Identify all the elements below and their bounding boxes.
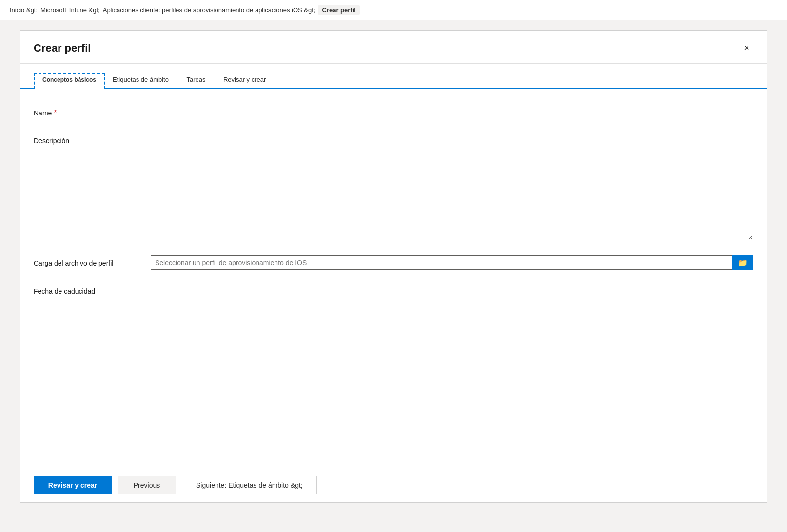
carga-text-input[interactable] [151,255,732,270]
dialog-header: Crear perfil × [20,31,767,64]
step-revisar-label: Revisar y crear [223,76,266,83]
file-input-wrapper: 📁 [151,255,753,270]
carga-label: Carga del archivo de perfil [34,255,151,267]
form-content: Name * Descripción [20,89,767,468]
review-create-button[interactable]: Revisar y crear [34,476,112,494]
page-wrapper: Inicio &gt; Microsoft Intune &gt; Aplica… [0,0,787,532]
name-row: Name * [34,105,753,119]
previous-button[interactable]: Previous [118,476,176,494]
fecha-input[interactable] [151,284,753,298]
breadcrumb-apps[interactable]: Aplicaciones cliente: perfiles de aprovi… [103,6,315,14]
description-field [151,133,753,242]
description-textarea[interactable] [151,133,753,240]
step-etiquetas-label: Etiquetas de ámbito [113,76,169,83]
carga-row: Carga del archivo de perfil 📁 [34,255,753,270]
close-button[interactable]: × [740,40,753,56]
step-tareas[interactable]: Tareas [177,73,216,88]
carga-file-button[interactable]: 📁 [732,255,753,270]
breadcrumb-intune[interactable]: Intune &gt; [69,6,100,14]
description-label: Descripción [34,133,151,145]
fecha-row: Fecha de caducidad [34,284,753,298]
dialog-container: Crear perfil × Conceptos básicos Etiquet… [0,20,787,532]
next-button[interactable]: Siguiente: Etiquetas de ámbito &gt; [182,476,317,494]
name-field [151,105,753,119]
name-input[interactable] [151,105,753,119]
fecha-label: Fecha de caducidad [34,284,151,295]
name-required: * [54,109,57,117]
folder-icon: 📁 [738,258,748,267]
wizard-steps: Conceptos básicos Etiquetas de ámbito Ta… [20,64,767,89]
step-conceptos-label: Conceptos básicos [42,76,96,83]
step-conceptos[interactable]: Conceptos básicos [34,73,105,89]
carga-field: 📁 [151,255,753,270]
description-row: Descripción [34,133,753,242]
breadcrumb-microsoft[interactable]: Microsoft [40,6,66,14]
breadcrumb-bar: Inicio &gt; Microsoft Intune &gt; Aplica… [0,0,787,20]
breadcrumb-inicio[interactable]: Inicio &gt; [10,6,38,14]
dialog-footer: Revisar y crear Previous Siguiente: Etiq… [20,468,767,502]
step-tareas-label: Tareas [186,76,205,83]
fecha-field [151,284,753,298]
breadcrumb-current: Crear perfil [318,5,359,15]
dialog: Crear perfil × Conceptos básicos Etiquet… [20,30,767,503]
name-label: Name * [34,105,151,117]
step-revisar[interactable]: Revisar y crear [216,73,274,88]
step-etiquetas[interactable]: Etiquetas de ámbito [105,73,177,88]
dialog-title: Crear perfil [34,42,91,55]
